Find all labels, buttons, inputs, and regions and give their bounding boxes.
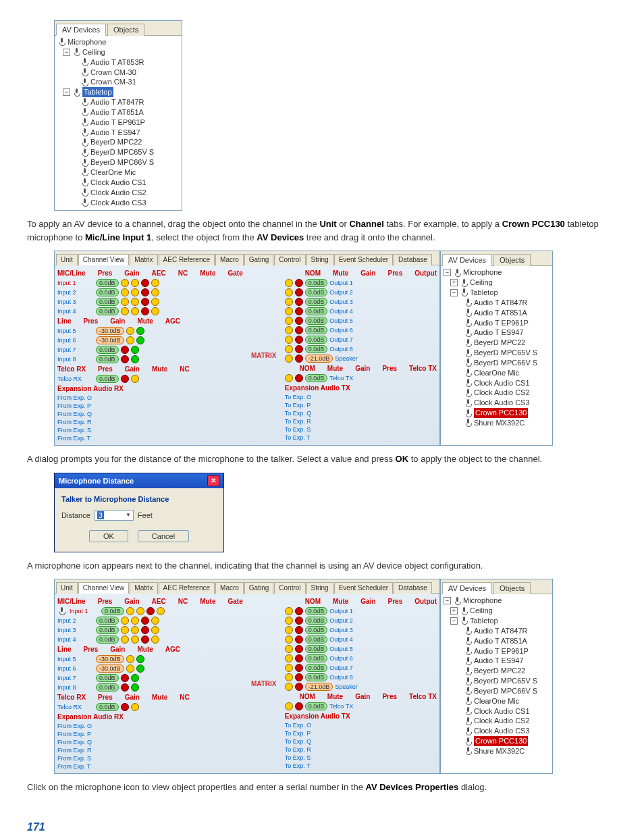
mute-dot[interactable]: [141, 279, 149, 287]
tree-item[interactable]: Audio T EP961P: [442, 318, 552, 328]
gate-dot[interactable]: [157, 607, 165, 615]
gain[interactable]: 0.0dB: [96, 288, 119, 296]
tree-root[interactable]: Microphone: [56, 37, 182, 47]
tree-item[interactable]: −Microphone: [442, 267, 552, 278]
mute-dot[interactable]: [295, 626, 303, 634]
channel-row[interactable]: Input 6-30.0dB: [57, 336, 243, 345]
nc-dot[interactable]: [131, 617, 139, 625]
tree-item[interactable]: BeyerD MPC66V S: [442, 358, 552, 368]
dialog-titlebar[interactable]: Microphone Distance ✕: [55, 473, 223, 488]
channel-row[interactable]: Input 80.0dB: [57, 355, 243, 364]
out-row[interactable]: 0.0dBOutput 3: [285, 625, 437, 635]
tab-string[interactable]: String: [306, 582, 333, 594]
mute-dot[interactable]: [295, 635, 303, 644]
mute-dot[interactable]: [121, 346, 129, 354]
channel-row-with-mic[interactable]: Input 10.0dB: [57, 606, 243, 616]
mute-dot[interactable]: [295, 617, 303, 625]
out-row[interactable]: 0.0dBOutput 1: [285, 278, 437, 288]
aec-dot[interactable]: [121, 307, 129, 315]
out-row[interactable]: 0.0dBTelco TX: [285, 373, 437, 383]
tree-item[interactable]: Clock Audio CS3: [442, 726, 552, 736]
tree-item[interactable]: Crown CM-31: [56, 77, 182, 87]
tree-category-tabletop[interactable]: − Tabletop: [56, 87, 182, 97]
agc-dot[interactable]: [131, 355, 139, 363]
exp-row[interactable]: From Exp. Q: [57, 738, 243, 746]
nom-dot[interactable]: [285, 654, 293, 662]
channel-row[interactable]: Input 6-30.0dB: [57, 664, 243, 673]
mute-dot[interactable]: [121, 674, 129, 682]
tab-objects[interactable]: Objects: [107, 24, 144, 36]
channel-row[interactable]: Input 70.0dB: [57, 345, 243, 355]
out-row[interactable]: 0.0dBOutput 1: [285, 606, 437, 616]
agc-dot[interactable]: [136, 655, 144, 663]
tree-item[interactable]: Audio T ES947: [442, 328, 552, 338]
tree-item[interactable]: Audio T AT847R: [442, 298, 552, 308]
mute-dot[interactable]: [295, 288, 303, 296]
channel-row[interactable]: Input 10.0dB: [57, 278, 243, 288]
gain[interactable]: 0.0dB: [96, 617, 119, 625]
collapse-icon[interactable]: −: [444, 269, 451, 276]
gain[interactable]: 0.0dB: [96, 626, 119, 634]
gain[interactable]: 0.0dB: [305, 317, 328, 325]
gain[interactable]: 0.0dB: [305, 374, 328, 382]
nc-dot[interactable]: [131, 635, 139, 644]
mute-dot[interactable]: [295, 326, 303, 334]
out-row[interactable]: 0.0dBOutput 2: [285, 288, 437, 297]
channel-mic-icon[interactable]: [57, 607, 65, 615]
tab-av-devices[interactable]: AV Devices: [442, 254, 492, 266]
out-row[interactable]: 0.0dBOutput 7: [285, 335, 437, 344]
collapse-icon[interactable]: −: [444, 597, 451, 604]
gain[interactable]: 0.0dB: [96, 279, 119, 287]
gain[interactable]: 0.0dB: [305, 279, 328, 287]
gain[interactable]: 0.0dB: [305, 626, 328, 634]
mute-dot[interactable]: [121, 355, 129, 363]
gate-dot[interactable]: [151, 617, 159, 625]
exp-row[interactable]: From Exp. Q: [57, 410, 243, 418]
nom-dot[interactable]: [285, 326, 293, 334]
exp-row[interactable]: From Exp. T: [57, 762, 243, 771]
exp-row[interactable]: From Exp. S: [57, 426, 243, 434]
nom-dot[interactable]: [285, 374, 293, 382]
out-row[interactable]: 0.0dBOutput 3: [285, 297, 437, 307]
out-row[interactable]: -21.0dBSpeaker: [285, 682, 437, 692]
tab-matrix[interactable]: Matrix: [130, 582, 157, 594]
nom-dot[interactable]: [285, 635, 293, 644]
gain[interactable]: -30.0dB: [96, 336, 124, 344]
nom-dot[interactable]: [285, 298, 293, 306]
tree-item[interactable]: Audio T AT851A: [442, 636, 552, 646]
mute-dot[interactable]: [295, 673, 303, 681]
channel-row[interactable]: Telco RX0.0dB: [57, 374, 243, 384]
tab-database[interactable]: Database: [394, 582, 432, 594]
exp-out-row[interactable]: To Exp. O: [285, 721, 437, 729]
tree-item[interactable]: Clock Audio CS3: [56, 198, 182, 208]
nom-dot[interactable]: [285, 645, 293, 653]
tab-gating[interactable]: Gating: [244, 582, 273, 594]
mute-dot[interactable]: [126, 664, 134, 673]
aec-dot[interactable]: [121, 617, 129, 625]
tree-item[interactable]: BeyerD MPC22: [56, 137, 182, 147]
gain[interactable]: -30.0dB: [96, 664, 124, 673]
nom-dot[interactable]: [285, 345, 293, 353]
nom-dot[interactable]: [285, 607, 293, 615]
channel-row[interactable]: Input 30.0dB: [57, 625, 243, 635]
out-row[interactable]: -21.0dBSpeaker: [285, 354, 437, 363]
nc-dot[interactable]: [131, 307, 139, 315]
tree-item[interactable]: ClearOne Mic: [442, 368, 552, 378]
mute-dot[interactable]: [141, 617, 149, 625]
tree-item[interactable]: Audio T EP961P: [442, 646, 552, 656]
mute-dot[interactable]: [295, 654, 303, 662]
tree-item[interactable]: Clock Audio CS2: [56, 188, 182, 198]
distance-select[interactable]: 3 ▼: [95, 510, 134, 521]
exp-out-row[interactable]: To Exp. Q: [285, 737, 437, 746]
nom-dot[interactable]: [285, 683, 293, 691]
nc-dot[interactable]: [131, 279, 139, 287]
channel-row[interactable]: Input 70.0dB: [57, 673, 243, 683]
tree-item[interactable]: ClearOne Mic: [442, 696, 552, 706]
agc-dot[interactable]: [131, 346, 139, 354]
exp-out-row[interactable]: To Exp. S: [285, 425, 437, 434]
mute-dot[interactable]: [126, 655, 134, 663]
tree-item[interactable]: Audio T ES947: [56, 128, 182, 138]
exp-row[interactable]: From Exp. R: [57, 418, 243, 426]
tab-macro[interactable]: Macro: [215, 582, 244, 594]
mute-dot[interactable]: [295, 345, 303, 353]
